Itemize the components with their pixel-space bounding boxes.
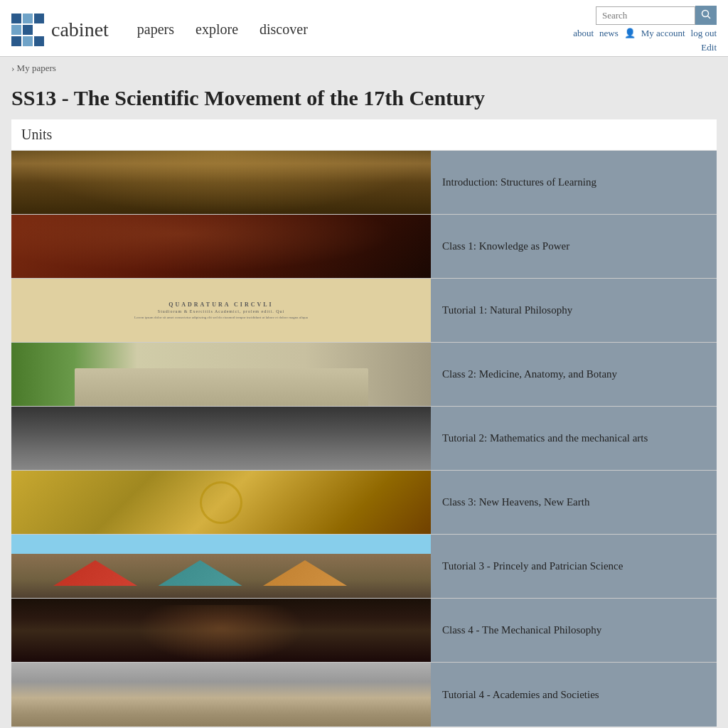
unit-label-4: Tutorial 2: Mathematics and the mechanic… xyxy=(431,407,717,470)
unit-thumbnail-1 xyxy=(11,215,431,279)
page-title-area: SS13 - The Scientific Movement of the 17… xyxy=(0,80,728,119)
unit-row[interactable]: QUADRATURA CIRCVLI Studiorum & Exercitii… xyxy=(11,279,717,343)
right-area: about news 👤 My account log out Edit xyxy=(573,6,717,53)
unit-thumbnail-5 xyxy=(11,471,431,535)
top-bar: cabinet papers explore discover about n xyxy=(0,0,728,56)
units-header: Units xyxy=(11,119,717,151)
search-bar xyxy=(596,6,717,25)
unit-label-3: Class 2: Medicine, Anatomy, and Botany xyxy=(431,343,717,406)
news-link[interactable]: news xyxy=(599,28,619,39)
user-links: about news 👤 My account log out xyxy=(573,28,717,39)
breadcrumb: › My papers xyxy=(0,57,728,80)
about-link[interactable]: about xyxy=(573,28,594,39)
unit-row[interactable]: Class 4 - The Mechanical Philosophy xyxy=(11,599,717,663)
unit-row[interactable]: Tutorial 2: Mathematics and the mechanic… xyxy=(11,407,717,471)
unit-thumbnail-6 xyxy=(11,535,431,599)
units-heading: Units xyxy=(21,127,707,143)
logout-link[interactable]: log out xyxy=(691,28,717,39)
edit-link[interactable]: Edit xyxy=(701,42,717,53)
unit-label-0: Introduction: Structures of Learning xyxy=(431,151,717,214)
my-account-link[interactable]: My account xyxy=(641,28,685,39)
search-input[interactable] xyxy=(596,6,695,25)
unit-thumbnail-0 xyxy=(11,151,431,215)
unit-row[interactable]: Class 2: Medicine, Anatomy, and Botany xyxy=(11,343,717,407)
unit-row[interactable]: Class 3: New Heavens, New Earth xyxy=(11,471,717,535)
search-button[interactable] xyxy=(695,6,717,25)
svg-point-0 xyxy=(702,11,709,17)
unit-label-7: Class 4 - The Mechanical Philosophy xyxy=(431,599,717,662)
nav-discover[interactable]: discover xyxy=(259,21,308,38)
search-icon xyxy=(701,9,711,19)
unit-thumbnail-3 xyxy=(11,343,431,407)
unit-label-2: Tutorial 1: Natural Philosophy xyxy=(431,279,717,342)
breadcrumb-link[interactable]: My papers xyxy=(17,63,56,73)
page-title: SS13 - The Scientific Movement of the 17… xyxy=(11,85,717,111)
header: cabinet papers explore discover about n xyxy=(0,0,728,57)
unit-label-5: Class 3: New Heavens, New Earth xyxy=(431,471,717,534)
unit-row[interactable]: Introduction: Structures of Learning xyxy=(11,151,717,215)
logo-text: cabinet xyxy=(51,18,109,41)
svg-line-1 xyxy=(708,16,711,19)
unit-label-1: Class 1: Knowledge as Power xyxy=(431,215,717,278)
breadcrumb-chevron: › xyxy=(11,63,14,73)
unit-label-8: Tutorial 4 - Academies and Societies xyxy=(431,663,717,727)
unit-row[interactable]: Tutorial 3 - Princely and Patrician Scie… xyxy=(11,535,717,599)
nav-papers[interactable]: papers xyxy=(137,21,174,38)
user-icon: 👤 xyxy=(624,28,636,39)
units-list: Introduction: Structures of Learning Cla… xyxy=(11,151,717,727)
unit-row[interactable]: Class 1: Knowledge as Power xyxy=(11,215,717,279)
unit-row[interactable]: Tutorial 4 - Academies and Societies xyxy=(11,663,717,727)
logo-area: cabinet papers explore discover xyxy=(11,14,308,46)
unit-thumbnail-8 xyxy=(11,663,431,727)
units-container: Units Introduction: Structures of Learni… xyxy=(11,119,717,727)
unit-thumbnail-2: QUADRATURA CIRCVLI Studiorum & Exercitii… xyxy=(11,279,431,343)
logo-icon xyxy=(11,14,44,46)
unit-thumbnail-7 xyxy=(11,599,431,663)
unit-label-6: Tutorial 3 - Princely and Patrician Scie… xyxy=(431,535,717,598)
main-nav: papers explore discover xyxy=(137,21,308,38)
nav-explore[interactable]: explore xyxy=(196,21,238,38)
unit-thumbnail-4 xyxy=(11,407,431,471)
edit-area: Edit xyxy=(701,42,717,53)
